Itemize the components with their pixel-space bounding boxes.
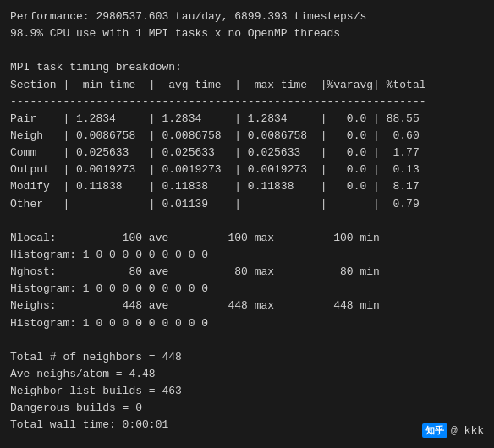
terminal-line: ----------------------------------------… xyxy=(10,94,484,111)
terminal-line: Comm | 0.025633 | 0.025633 | 0.025633 | … xyxy=(10,145,484,161)
terminal-line: Histogram: 1 0 0 0 0 0 0 0 0 0 xyxy=(10,315,484,332)
terminal-line: Modify | 0.11838 | 0.11838 | 0.11838 | 0… xyxy=(10,178,484,195)
terminal-line xyxy=(10,42,484,59)
terminal-line: Other | | 0.01139 | | | 0.79 xyxy=(10,196,484,213)
terminal-line: Nlocal: 100 ave 100 max 100 min xyxy=(10,230,484,247)
terminal-line: Neighbor list builds = 463 xyxy=(10,383,484,400)
terminal-line: Output | 0.0019273 | 0.0019273 | 0.00192… xyxy=(10,161,484,178)
terminal-output: Performance: 2980537.603 tau/day, 6899.3… xyxy=(10,8,484,434)
terminal-line: Nghost: 80 ave 80 max 80 min xyxy=(10,264,484,281)
terminal-line: Performance: 2980537.603 tau/day, 6899.3… xyxy=(10,8,484,25)
terminal-line: Pair | 1.2834 | 1.2834 | 1.2834 | 0.0 | … xyxy=(10,111,484,128)
terminal-line: Histogram: 1 0 0 0 0 0 0 0 0 0 xyxy=(10,281,484,298)
watermark: 知乎 @ kkk xyxy=(422,423,484,438)
terminal-line: Dangerous builds = 0 xyxy=(10,400,484,417)
zhihu-logo: 知乎 xyxy=(422,423,447,438)
terminal-line: Total wall time: 0:00:01 xyxy=(10,417,484,434)
terminal-line: Neighs: 448 ave 448 max 448 min xyxy=(10,298,484,314)
terminal-line: MPI task timing breakdown: xyxy=(10,59,484,76)
terminal-line: Ave neighs/atom = 4.48 xyxy=(10,366,484,383)
terminal-line: Total # of neighbors = 448 xyxy=(10,349,484,366)
terminal-line xyxy=(10,332,484,349)
terminal-line: Neigh | 0.0086758 | 0.0086758 | 0.008675… xyxy=(10,128,484,145)
terminal-line xyxy=(10,213,484,230)
terminal-line: 98.9% CPU use with 1 MPI tasks x no Open… xyxy=(10,25,484,42)
watermark-handle: @ kkk xyxy=(451,424,484,437)
terminal-line: Section | min time | avg time | max time… xyxy=(10,77,484,94)
terminal-line: Histogram: 1 0 0 0 0 0 0 0 0 0 xyxy=(10,247,484,264)
